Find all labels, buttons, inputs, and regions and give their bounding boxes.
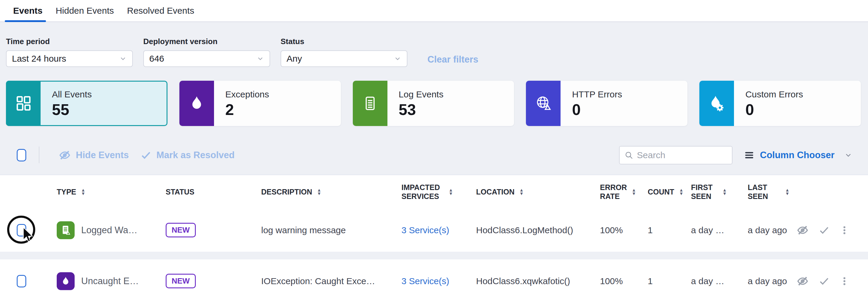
card-label: HTTP Errors [572,89,622,100]
status-badge: NEW [166,274,196,288]
tab-bar: Events Hidden Events Resolved Events [0,0,868,22]
card-value: 53 [399,102,443,117]
type-label: Uncaught Excep... [81,276,140,287]
count-cell: 1 [630,276,669,286]
flame-gear-icon [700,81,734,126]
chevron-down-icon [256,55,264,63]
first-seen-cell: a day ago [669,276,727,286]
impacted-services-link[interactable]: 3 Service(s) [401,225,449,235]
card-value: 0 [745,102,803,117]
sort-icon: ▲▼ [519,188,524,195]
tab-hidden-events[interactable]: Hidden Events [56,0,114,22]
last-seen-cell: a day ago [727,276,789,286]
table-header-row: TYPE ▲▼ STATUS DESCRIPTION ▲▼ IMPACTED S… [0,175,868,209]
status-select[interactable]: Any [281,50,407,67]
sort-icon: ▲▼ [81,188,85,195]
tab-hidden-events-label: Hidden Events [56,6,114,16]
table-toolbar: Hide Events Mark as Resolved Column Choo… [0,145,868,165]
card-label: Custom Errors [745,89,803,100]
search-input[interactable] [637,150,727,160]
sort-icon: ▲▼ [317,188,321,195]
column-header-status[interactable]: STATUS [140,187,239,196]
column-chooser-button[interactable]: Column Chooser [744,145,852,165]
row-menu-icon[interactable] [839,276,849,286]
tab-events[interactable]: Events [13,0,42,22]
toolbar-divider [39,147,39,163]
document-icon [353,81,388,126]
row-checkbox[interactable] [17,224,26,237]
column-header-last-seen[interactable]: LAST SEEN ▲▼ [727,183,789,201]
column-header-impacted-services[interactable]: IMPACTED SERVICES ▲▼ [379,183,454,201]
row-menu-icon[interactable] [839,225,849,235]
eye-slash-icon [59,149,71,161]
chevron-down-icon [394,55,401,63]
column-header-type[interactable]: TYPE ▲▼ [42,187,140,196]
log-warning-icon [57,221,74,239]
sort-icon: ▲▼ [448,188,453,195]
column-header-error-rate[interactable]: ERROR RATE ▲▼ [579,183,630,201]
grid-icon [6,81,40,126]
tab-resolved-events[interactable]: Resolved Events [127,0,194,22]
column-header-first-seen[interactable]: FIRST SEEN ▲▼ [669,183,727,201]
impacted-services-link[interactable]: 3 Service(s) [401,276,449,286]
card-http-errors[interactable]: HTTP Errors 0 [526,81,687,126]
description-cell: log warning message [239,225,379,235]
tab-resolved-events-label: Resolved Events [127,6,194,16]
clear-filters-link[interactable]: Clear filters [428,54,478,65]
description-cell: IOException: Caught Exception [239,276,379,286]
card-exceptions[interactable]: Exceptions 2 [179,81,341,126]
column-header-description[interactable]: DESCRIPTION ▲▼ [239,187,379,196]
card-custom-errors[interactable]: Custom Errors 0 [700,81,861,126]
count-cell: 1 [630,225,669,235]
hide-event-icon[interactable] [796,224,809,237]
filter-time-period: Time period Last 24 hours [6,37,133,67]
card-all-events[interactable]: All Events 55 [6,81,167,126]
tab-events-label: Events [13,6,42,16]
table-row: Uncaught Excep... NEW IOException: Caugh… [0,259,868,291]
card-label: All Events [52,89,92,100]
select-all-checkbox[interactable] [17,149,26,161]
chevron-down-icon [844,151,852,159]
deployment-version-select[interactable]: 646 [143,50,270,67]
time-period-value: Last 24 hours [12,53,66,64]
chevron-down-icon [119,55,127,63]
deployment-version-label: Deployment version [143,37,270,46]
row-gap [0,252,868,259]
resolve-event-icon[interactable] [818,225,830,236]
error-rate-cell: 100% [579,276,630,286]
table-row: Logged Warning NEW log warning message 3… [0,209,868,252]
column-header-location[interactable]: LOCATION ▲▼ [454,187,579,196]
row-checkbox[interactable] [17,275,26,287]
row-actions [789,224,868,237]
card-label: Log Events [399,89,443,100]
location-cell: HodClass6.LogMethod() [454,225,579,235]
time-period-label: Time period [6,37,133,46]
hide-event-icon[interactable] [796,275,809,287]
type-cell: Logged Warning [42,221,140,239]
status-value: Any [286,53,302,64]
status-badge: NEW [166,223,196,238]
column-chooser-label: Column Chooser [760,150,835,160]
sort-icon: ▲▼ [785,188,789,195]
mark-resolved-label: Mark as Resolved [156,150,235,160]
search-icon [624,150,633,160]
hide-events-button[interactable]: Hide Events [59,145,129,165]
mark-resolved-button[interactable]: Mark as Resolved [140,145,235,165]
filter-deployment-version: Deployment version 646 [143,37,270,67]
type-label: Logged Warning [81,225,140,235]
hide-events-label: Hide Events [76,150,129,160]
card-value: 2 [225,102,269,117]
error-rate-cell: 100% [579,225,630,235]
column-header-count[interactable]: COUNT ▲▼ [630,187,669,196]
events-table: TYPE ▲▼ STATUS DESCRIPTION ▲▼ IMPACTED S… [0,175,868,291]
column-chooser-icon [744,150,754,160]
search-box [619,146,733,165]
card-log-events[interactable]: Log Events 53 [353,81,514,126]
filter-status: Status Any [281,37,407,67]
resolve-event-icon[interactable] [818,276,830,287]
uncaught-exception-icon [57,272,74,290]
globe-warning-icon [526,81,561,126]
time-period-select[interactable]: Last 24 hours [6,50,133,67]
row-actions [789,275,868,287]
card-value: 55 [52,102,92,117]
